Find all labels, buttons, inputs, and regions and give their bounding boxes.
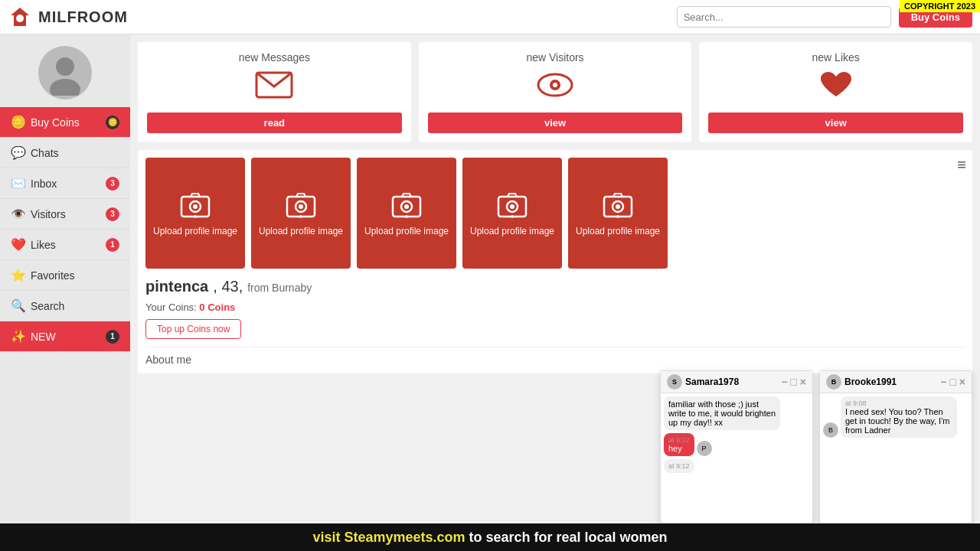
- chat-window-2: B Brooke1991 − □ × B at 9:08 I need sex!…: [819, 370, 972, 523]
- svg-point-16: [299, 204, 303, 209]
- sidebar-item-buy-coins[interactable]: 🪙 Buy Coins 🪙: [0, 107, 130, 138]
- about-section: About me: [145, 347, 965, 366]
- photo-slot-1[interactable]: Upload profile image: [145, 158, 245, 269]
- chat-time-2: at 9:12: [668, 436, 690, 444]
- chat-close-2[interactable]: ×: [959, 376, 965, 388]
- chat-windows: S Samara1978 − □ × familiar with those ;…: [660, 370, 972, 523]
- stat-btn-visitors[interactable]: view: [428, 112, 683, 133]
- sidebar-item-visitors[interactable]: 👁️ Visitors 3: [0, 199, 130, 230]
- sidebar-label-buy-coins: Buy Coins: [31, 116, 80, 129]
- chat-message-1: familiar with those ;) just write to me,…: [664, 396, 780, 430]
- sidebar-label-inbox: Inbox: [31, 178, 57, 190]
- mail-icon: [255, 70, 293, 100]
- chat-minimize-2[interactable]: −: [940, 376, 946, 388]
- logo-area: MILFROOM: [8, 5, 128, 29]
- eye-icon: [536, 70, 574, 100]
- inbox-icon: ✉️: [11, 176, 26, 191]
- copyright-badge: COPYRIGHT 2023: [900, 0, 980, 12]
- sidebar-avatar-area: [0, 34, 130, 107]
- coins-label: Your Coins:: [145, 302, 197, 313]
- upload-label-4: Upload profile image: [470, 226, 554, 236]
- chat-time-4: at 9:08: [845, 399, 952, 407]
- avatar-icon: [42, 50, 88, 96]
- sidebar-label-visitors: Visitors: [31, 208, 66, 220]
- chat-message-4: at 9:08 I need sex! You too? Then get in…: [841, 396, 957, 438]
- camera-icon-5: [603, 191, 633, 221]
- chat-maximize-1[interactable]: □: [790, 376, 796, 388]
- upload-label-3: Upload profile image: [364, 226, 449, 236]
- stat-card-visitors: new Visitors view: [419, 42, 692, 142]
- visitors-icon: 👁️: [11, 207, 26, 221]
- search-input[interactable]: [677, 6, 891, 28]
- chat-username-1: Samara1978: [685, 377, 739, 387]
- banner-part2: to search for real local women: [469, 530, 668, 546]
- coin-icon: 🪙: [11, 115, 26, 129]
- sidebar-item-search[interactable]: 🔍 Search: [0, 291, 130, 321]
- stat-title-messages: new Messages: [239, 51, 310, 64]
- avatar: [38, 46, 92, 99]
- visitors-badge: 3: [106, 207, 119, 221]
- camera-icon-4: [497, 191, 528, 221]
- hamburger-button[interactable]: ≡: [957, 156, 966, 174]
- upload-label-1: Upload profile image: [153, 226, 237, 236]
- photo-slot-3[interactable]: Upload profile image: [357, 158, 456, 269]
- sidebar-label-search: Search: [31, 300, 64, 312]
- chat-controls-2: − □ ×: [940, 376, 965, 388]
- sidebar-item-inbox[interactable]: ✉️ Inbox 3: [0, 168, 130, 199]
- photo-slot-4[interactable]: Upload profile image: [462, 158, 562, 269]
- buy-coins-badge: 🪙: [106, 116, 119, 129]
- banner-part1: visit Steamymeets.com: [312, 530, 469, 546]
- logo-icon: [8, 5, 32, 29]
- chat-avatar-2: B: [826, 374, 841, 390]
- chat-maximize-2[interactable]: □: [949, 376, 956, 388]
- stat-icon-visitors: [536, 70, 574, 106]
- upload-label-5: Upload profile image: [576, 226, 660, 236]
- sidebar-item-new[interactable]: ✨ NEW 1: [0, 321, 130, 352]
- stat-btn-likes[interactable]: view: [708, 112, 963, 133]
- stat-title-likes: new Likes: [812, 51, 860, 64]
- chat-minimize-1[interactable]: −: [781, 376, 787, 388]
- sidebar-label-new: NEW: [31, 331, 56, 343]
- likes-icon: ❤️: [11, 237, 26, 252]
- inbox-badge: 3: [106, 177, 119, 191]
- stat-icon-messages: [255, 70, 293, 106]
- upload-label-2: Upload profile image: [259, 226, 343, 236]
- favorites-icon: ⭐: [11, 268, 26, 282]
- user-info: pintenca , 43, from Burnaby: [145, 278, 965, 295]
- chat-window-1: S Samara1978 − □ × familiar with those ;…: [660, 370, 813, 523]
- chat-avatar-small-2: B: [823, 422, 838, 438]
- sidebar-item-chats[interactable]: 💬 Chats: [0, 138, 130, 168]
- chat-message-2: at 9:12 hey: [664, 433, 694, 456]
- chat-header-1: S Samara1978 − □ ×: [661, 371, 812, 393]
- user-location: from Burnaby: [247, 282, 312, 294]
- svg-point-1: [16, 15, 24, 22]
- sidebar-label-likes: Likes: [31, 239, 56, 251]
- chat-avatar-1: S: [667, 374, 682, 390]
- photo-slot-5[interactable]: Upload profile image: [568, 158, 668, 269]
- new-badge: 1: [106, 330, 119, 344]
- chat-close-1[interactable]: ×: [800, 376, 806, 388]
- profile-section: ≡ Upload profile image: [138, 150, 972, 373]
- sidebar-label-favorites: Favorites: [31, 269, 75, 282]
- camera-icon-3: [391, 191, 422, 221]
- topup-button[interactable]: Top up Coins now: [145, 319, 241, 339]
- photo-slot-2[interactable]: Upload profile image: [251, 158, 351, 269]
- stats-row: new Messages read new Visitors: [130, 34, 980, 150]
- coins-info: Your Coins: 0 Coins: [145, 302, 965, 313]
- bottom-banner: visit Steamymeets.com to search for real…: [0, 523, 980, 551]
- svg-point-26: [510, 204, 514, 209]
- photo-grid: Upload profile image Upload profile imag…: [145, 158, 965, 269]
- username: pintenca: [145, 278, 208, 295]
- coins-value: 0 Coins: [199, 302, 235, 313]
- svg-point-7: [553, 83, 557, 87]
- logo-text: MILFROOM: [38, 8, 128, 26]
- chat-header-2: B Brooke1991 − □ ×: [820, 371, 972, 393]
- chat-body-2: B at 9:08 I need sex! You too? Then get …: [820, 393, 972, 523]
- svg-point-21: [404, 204, 409, 209]
- stat-card-messages: new Messages read: [138, 42, 411, 142]
- stat-btn-messages[interactable]: read: [147, 112, 402, 133]
- sidebar-item-favorites[interactable]: ⭐ Favorites: [0, 260, 130, 291]
- sidebar-item-likes[interactable]: ❤️ Likes 1: [0, 230, 130, 260]
- camera-icon-2: [286, 191, 316, 221]
- about-label: About me: [145, 354, 191, 366]
